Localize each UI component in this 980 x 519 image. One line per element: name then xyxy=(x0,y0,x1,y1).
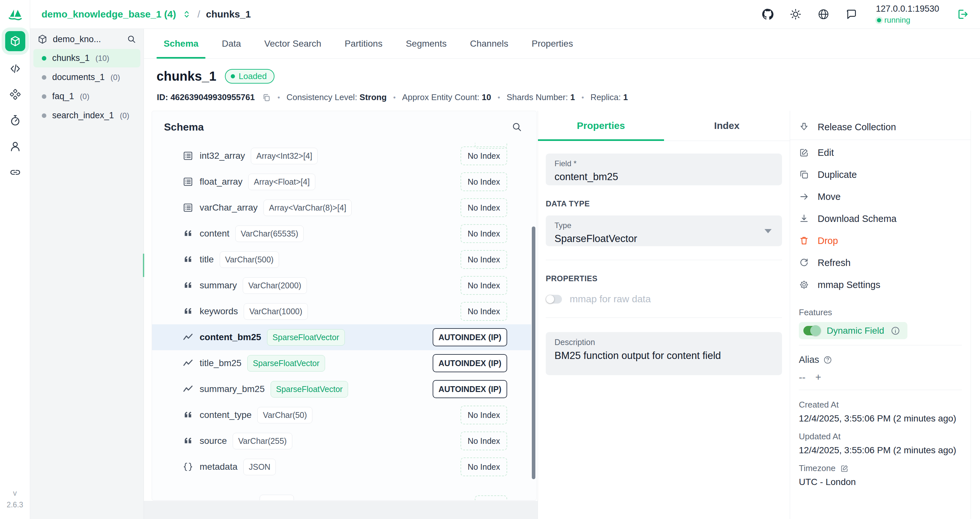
tab-field-index[interactable]: Index xyxy=(664,111,790,141)
stopwatch-icon xyxy=(9,114,21,127)
index-badge[interactable]: AUTOINDEX (IP) xyxy=(433,380,507,398)
index-badge[interactable]: No Index xyxy=(460,406,507,424)
release-collection-button[interactable]: Release Collection xyxy=(790,116,970,138)
info-icon[interactable] xyxy=(891,326,900,336)
attu-logo-icon[interactable] xyxy=(6,5,24,23)
connection-status: 127.0.0.1:19530 running xyxy=(876,3,939,25)
index-badge[interactable]: No Index xyxy=(460,432,507,450)
edit-button[interactable]: Edit xyxy=(790,141,970,163)
database-name[interactable]: demo_kno... xyxy=(53,34,121,44)
field-row-selected[interactable]: content_bm25SparseFloatVector AUTOINDEX … xyxy=(152,324,531,350)
mmap-toggle[interactable] xyxy=(546,295,562,303)
tab-data[interactable]: Data xyxy=(210,29,253,59)
unfold-more-icon[interactable] xyxy=(182,10,191,19)
tab-properties[interactable]: Properties xyxy=(520,29,585,59)
description-field[interactable]: Description BM25 function output for con… xyxy=(546,332,782,375)
refresh-button[interactable]: Refresh xyxy=(790,252,970,274)
breadcrumb: demo_knowledge_base_1 (4) / chunks_1 xyxy=(30,9,251,20)
chevron-down-icon xyxy=(765,229,772,237)
index-badge[interactable]: AUTOINDEX (IP) xyxy=(433,328,507,346)
index-badge[interactable]: No Index xyxy=(460,457,507,476)
sidebar-resize-handle[interactable] xyxy=(143,254,144,277)
field-row[interactable]: contentVarChar(65535) No Index xyxy=(152,221,536,246)
field-row[interactable]: summary_bm25SparseFloatVector AUTOINDEX … xyxy=(152,376,536,402)
field-row[interactable]: float_arrayArray<Float>[4] No Index xyxy=(152,169,536,195)
tab-segments[interactable]: Segments xyxy=(394,29,458,59)
field-row[interactable]: content_typeVarChar(50) No Index xyxy=(152,402,536,428)
nav-play-icon[interactable] xyxy=(8,62,22,76)
schema-scrollbar[interactable] xyxy=(532,227,535,479)
field-row[interactable]: keywordsVarChar(1000) No Index xyxy=(152,298,536,324)
sidebar-item-search-index-1[interactable]: search_index_1 (0) xyxy=(33,106,140,125)
field-row[interactable]: varChar_arrayArray<VarChar(8)>[4] No Ind… xyxy=(152,195,536,221)
dynamic-field-label: Dynamic Field xyxy=(827,325,884,336)
json-icon xyxy=(183,462,193,472)
index-badge[interactable]: AUTOINDEX (IP) xyxy=(433,354,507,372)
github-button[interactable] xyxy=(761,8,774,21)
timezone-value: UTC - London xyxy=(799,477,962,487)
nav-connections-icon[interactable] xyxy=(8,165,22,179)
collection-search-icon[interactable] xyxy=(127,34,137,44)
dynamic-field-toggle[interactable] xyxy=(803,326,820,335)
field-name-input[interactable]: Field * content_bm25 xyxy=(546,154,782,185)
mmap-settings-button[interactable]: mmap Settings xyxy=(790,274,970,296)
add-alias-button[interactable]: + xyxy=(815,371,821,383)
dot-separator: • xyxy=(277,93,280,102)
drop-button[interactable]: Drop xyxy=(790,230,970,252)
unloaded-dot xyxy=(42,94,46,99)
sidebar-item-chunks-1[interactable]: chunks_1 (10) xyxy=(33,49,140,67)
theme-button[interactable] xyxy=(789,8,802,21)
tab-vector-search[interactable]: Vector Search xyxy=(253,29,333,59)
nav-system-icon[interactable] xyxy=(8,87,22,102)
nav-jobs-icon[interactable] xyxy=(8,113,22,128)
nav-databases-active[interactable] xyxy=(5,31,25,51)
vector-icon xyxy=(183,358,193,368)
field-name-label: Field * xyxy=(555,159,773,168)
index-badge[interactable]: No Index xyxy=(460,302,507,321)
schema-search-button[interactable] xyxy=(511,121,523,133)
index-badge[interactable]: No Index xyxy=(460,276,507,295)
index-badge[interactable]: No Index xyxy=(460,198,507,217)
language-button[interactable] xyxy=(817,8,830,21)
quote-icon xyxy=(183,410,193,420)
quote-icon xyxy=(183,306,193,316)
tab-channels[interactable]: Channels xyxy=(458,29,520,59)
breadcrumb-collection: chunks_1 xyxy=(206,9,251,20)
question-icon[interactable] xyxy=(823,356,832,365)
download-schema-button[interactable]: Download Schema xyxy=(790,208,970,230)
edit-timezone-icon[interactable] xyxy=(840,464,849,473)
field-row[interactable]: title_bm25SparseFloatVector AUTOINDEX (I… xyxy=(152,350,536,376)
field-row[interactable]: titleVarChar(500) No Index xyxy=(152,246,536,273)
move-button[interactable]: Move xyxy=(790,186,970,208)
database-cube-icon xyxy=(37,34,48,44)
tab-schema[interactable]: Schema xyxy=(152,29,210,59)
alias-label: Alias xyxy=(799,354,819,365)
collection-actions-panel: Release Collection Edit Duplicate Move D… xyxy=(790,111,971,519)
sun-icon xyxy=(789,8,802,21)
tab-partitions[interactable]: Partitions xyxy=(333,29,394,59)
description-label: Description xyxy=(555,338,773,347)
nav-users-icon[interactable] xyxy=(8,139,22,154)
field-row[interactable]: metadataJSON No Index xyxy=(152,454,536,480)
field-row[interactable]: summaryVarChar(2000) No Index xyxy=(152,273,536,298)
feedback-button[interactable] xyxy=(845,8,858,21)
index-badge[interactable]: No Index xyxy=(460,250,507,269)
field-list: int32_arrayArray<Int32>[4] No Index floa… xyxy=(152,143,536,500)
collection-count: (0) xyxy=(80,92,89,101)
index-badge[interactable]: No Index xyxy=(460,224,507,243)
field-row[interactable]: sourceVarChar(255) No Index xyxy=(152,428,536,454)
trash-icon xyxy=(799,235,809,246)
breadcrumb-database[interactable]: demo_knowledge_base_1 (4) xyxy=(41,9,176,20)
sidebar-item-faq-1[interactable]: faq_1 (0) xyxy=(33,87,140,106)
type-select[interactable]: Type SparseFloatVector xyxy=(546,216,782,246)
duplicate-button[interactable]: Duplicate xyxy=(790,163,970,186)
copy-icon[interactable] xyxy=(262,93,271,102)
index-badge[interactable]: No Index xyxy=(460,172,507,191)
features-label: Features xyxy=(799,308,962,317)
disconnect-button[interactable] xyxy=(956,8,969,21)
sidebar-item-documents-1[interactable]: documents_1 (0) xyxy=(33,68,140,87)
status-text: running xyxy=(885,16,910,25)
created-at-value: 12/4/2025, 3:55:06 PM (2 minutes ago) xyxy=(799,413,962,424)
index-badge[interactable]: No Index xyxy=(460,146,507,165)
tab-field-properties[interactable]: Properties xyxy=(538,111,664,141)
